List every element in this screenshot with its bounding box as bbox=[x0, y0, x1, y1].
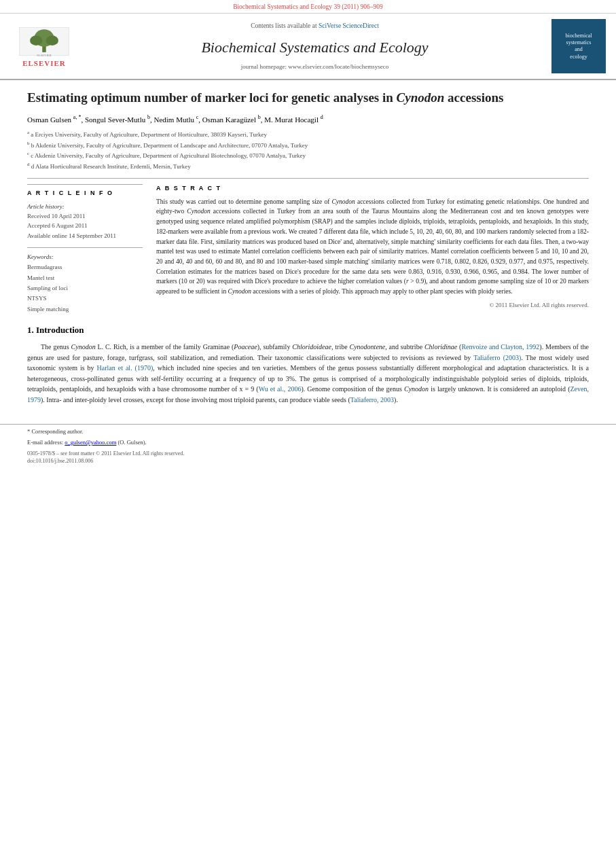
article-info-label: A R T I C L E I N F O bbox=[27, 189, 143, 198]
svg-point-5 bbox=[46, 35, 58, 46]
bse-logo-area: biochemicalsystematicsandecology bbox=[548, 19, 609, 73]
ref-wu[interactable]: Wu et al., 2006 bbox=[259, 385, 302, 393]
copyright-notice: © 2011 Elsevier Ltd. All rights reserved… bbox=[156, 301, 589, 310]
article-info-abstract-row: A R T I C L E I N F O Article history: R… bbox=[27, 184, 589, 315]
introduction-paragraph-1: The genus Cynodon L. C. Rich, is a membe… bbox=[27, 342, 589, 405]
ref-zeven[interactable]: Zeven, 1979 bbox=[27, 385, 589, 404]
footer-license: 0305-1978/$ – see front matter © 2011 El… bbox=[27, 450, 589, 465]
article-history: Article history: Received 10 April 2011 … bbox=[27, 202, 143, 241]
abstract-label: A B S T R A C T bbox=[156, 184, 589, 193]
section-divider bbox=[27, 178, 589, 179]
introduction-section: 1. Introduction The genus Cynodon L. C. … bbox=[27, 324, 589, 405]
ref-taliaferro2003b[interactable]: Taliaferro, 2003 bbox=[350, 396, 394, 404]
sciverse-link[interactable]: SciVerse ScienceDirect bbox=[319, 22, 379, 29]
abstract-column: A B S T R A C T This study was carried o… bbox=[156, 184, 589, 315]
email-note: E-mail address: o_gulsen@yahoo.com (O. G… bbox=[27, 439, 589, 447]
page-footer: * Corresponding author. E-mail address: … bbox=[0, 424, 616, 465]
article-info-column: A R T I C L E I N F O Article history: R… bbox=[27, 184, 143, 315]
keyword-3: Sampling of loci bbox=[27, 283, 143, 293]
keywords-label: Keywords: bbox=[27, 252, 143, 262]
authors-line: Osman Gulsen a, *, Songul Sever-Mutlu b,… bbox=[27, 113, 589, 125]
svg-text:ELSEVIER: ELSEVIER bbox=[37, 54, 52, 57]
ref-harlan[interactable]: Harlan et al. (1970) bbox=[97, 364, 153, 372]
journal-citation: Biochemical Systematics and Ecology 39 (… bbox=[233, 3, 383, 10]
affiliations: a a Erciyes University, Faculty of Agric… bbox=[27, 129, 589, 171]
ref-taliaferro2003[interactable]: Taliaferro (2003) bbox=[473, 354, 521, 361]
abstract-text: This study was carried out to determine … bbox=[156, 197, 589, 297]
svg-point-4 bbox=[30, 35, 42, 46]
journal-title: Biochemical Systematics and Ecology bbox=[201, 37, 428, 58]
keyword-1: Bermudagrass bbox=[27, 262, 143, 272]
sciverse-line: Contents lists available at SciVerse Sci… bbox=[251, 22, 379, 31]
email-link[interactable]: o_gulsen@yahoo.com bbox=[65, 439, 116, 446]
main-content: Estimating optimum number of marker loci… bbox=[0, 80, 616, 412]
journal-top-bar: Biochemical Systematics and Ecology 39 (… bbox=[0, 0, 616, 14]
elsevier-wordmark: ELSEVIER bbox=[22, 58, 66, 69]
header-center: Contents lists available at SciVerse Sci… bbox=[88, 19, 541, 73]
keywords-section: Keywords: Bermudagrass Mantel test Sampl… bbox=[27, 247, 143, 315]
ref-renvoize[interactable]: Renvoize and Clayton, 1992 bbox=[461, 343, 539, 351]
header-section: ELSEVIER ELSEVIER Contents lists availab… bbox=[0, 14, 616, 80]
history-label: Article history: bbox=[27, 202, 143, 211]
corresponding-note: * Corresponding author. bbox=[27, 428, 589, 436]
elsevier-image-icon: ELSEVIER bbox=[14, 24, 75, 58]
bse-logo: biochemicalsystematicsandecology bbox=[551, 19, 606, 73]
keyword-5: Simple matching bbox=[27, 304, 143, 315]
elsevier-logo-area: ELSEVIER ELSEVIER bbox=[7, 19, 81, 73]
journal-homepage: journal homepage: www.elsevier.com/locat… bbox=[241, 62, 388, 71]
received-date: Received 10 April 2011 bbox=[27, 211, 143, 221]
keyword-4: NTSYS bbox=[27, 293, 143, 304]
online-date: Available online 14 September 2011 bbox=[27, 231, 143, 240]
article-title: Estimating optimum number of marker loci… bbox=[27, 90, 589, 107]
accepted-date: Accepted 6 August 2011 bbox=[27, 221, 143, 230]
introduction-heading: 1. Introduction bbox=[27, 324, 589, 336]
keyword-2: Mantel test bbox=[27, 273, 143, 283]
